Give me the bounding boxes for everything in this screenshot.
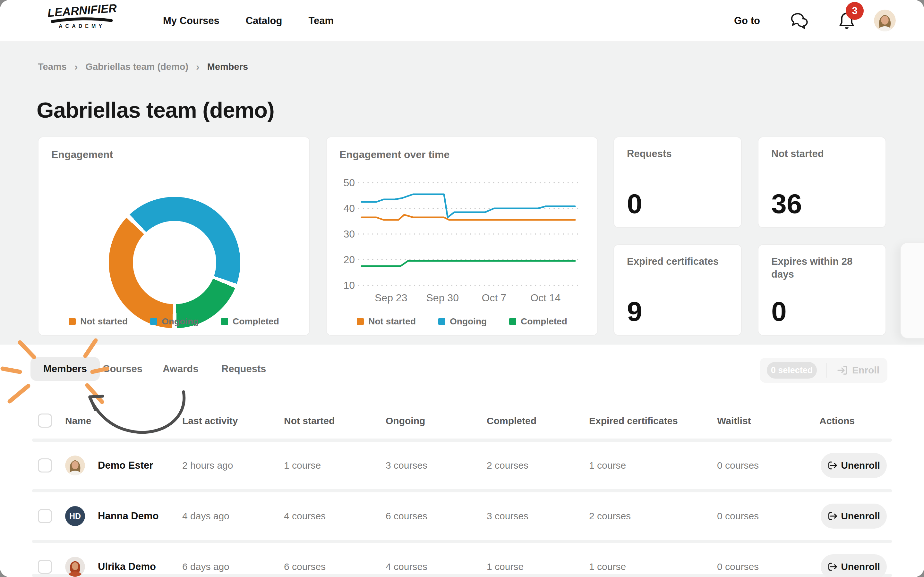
header-actions: Actions (819, 416, 855, 426)
unenroll-icon (827, 511, 838, 521)
unenroll-icon (827, 460, 838, 471)
breadcrumb-teams[interactable]: Teams (38, 61, 67, 72)
expired-certificates-cell: 2 courses (589, 511, 631, 522)
donut-hole (133, 221, 216, 304)
waitlist-cell: 0 courses (717, 561, 759, 572)
breadcrumb-team[interactable]: Gabriellas team (demo) (86, 61, 188, 72)
member-name[interactable]: Ulrika Demo (98, 561, 156, 572)
messages-icon[interactable] (790, 11, 810, 31)
tab-awards[interactable]: Awards (163, 357, 198, 381)
completed-cell: 1 course (487, 561, 523, 572)
nav-link-my-courses[interactable]: My Courses (163, 15, 220, 27)
expired-certificates-stat-card: Expired certificates 9 (614, 244, 742, 335)
floating-edge-panel[interactable] (900, 242, 924, 338)
select-all-checkbox[interactable] (38, 414, 52, 428)
member-photo-avatar (874, 10, 896, 31)
member-avatar: HD (65, 506, 85, 526)
completed-cell: 3 courses (487, 511, 528, 522)
svg-text:30: 30 (343, 228, 355, 240)
row-separator (32, 489, 892, 492)
unenroll-label: Unenroll (841, 561, 880, 572)
legend-swatch (69, 318, 76, 325)
engagement-legend: Not startedOngoingCompleted (39, 316, 309, 327)
header-expired-certificates: Expired certificates (589, 416, 678, 426)
ongoing-cell: 3 courses (386, 460, 427, 471)
svg-text:Oct 14: Oct 14 (530, 292, 561, 303)
legend-item: Not started (357, 316, 416, 327)
tab-courses[interactable]: Courses (103, 357, 142, 381)
breadcrumb-separator: › (74, 61, 78, 73)
svg-text:Sep 30: Sep 30 (426, 292, 459, 303)
ongoing-cell: 4 courses (386, 561, 427, 572)
user-avatar[interactable] (874, 10, 896, 31)
svg-text:Sep 23: Sep 23 (375, 292, 407, 303)
member-initials-avatar: HD (65, 506, 85, 526)
row-checkbox[interactable] (38, 458, 52, 472)
legend-swatch (357, 318, 364, 325)
expired-certificates-value: 9 (627, 295, 642, 327)
expired-certificates-cell: 1 course (589, 460, 626, 471)
row-checkbox[interactable] (38, 509, 52, 523)
legend-label: Ongoing (162, 316, 199, 327)
completed-cell: 2 courses (487, 460, 528, 471)
header-name: Name (65, 416, 91, 426)
tab-members[interactable]: Members (31, 357, 100, 381)
svg-text:Oct 7: Oct 7 (482, 292, 506, 303)
requests-stat-card: Requests 0 (614, 137, 742, 228)
notification-count-badge: 3 (846, 2, 864, 20)
legend-label: Ongoing (450, 316, 487, 327)
unenroll-button[interactable]: Unenroll (821, 554, 887, 577)
header-not-started: Not started (284, 416, 334, 426)
page-title: Gabriellas team (demo) (37, 97, 274, 123)
expires-within-28-days-stat-card: Expires within 28 days 0 (758, 244, 886, 335)
learnifier-logo[interactable]: LEARNIFIER ACADEMY (47, 4, 116, 29)
engagement-card: Engagement Not startedOngoingCompleted (38, 137, 310, 335)
nav-link-team[interactable]: Team (309, 15, 334, 27)
row-separator (32, 438, 892, 442)
not-started-cell: 6 courses (284, 561, 326, 572)
member-name[interactable]: Hanna Demo (98, 510, 158, 522)
requests-value: 0 (627, 188, 642, 219)
legend-item: Completed (509, 316, 567, 327)
table-row: Ulrika Demo6 days ago6 courses4 courses1… (32, 543, 892, 577)
row-checkbox[interactable] (38, 560, 52, 574)
legend-label: Completed (521, 316, 567, 327)
engagement-donut-chart (109, 197, 240, 328)
go-to-menu[interactable]: Go to (734, 0, 760, 41)
unenroll-button[interactable]: Unenroll (821, 504, 887, 529)
not-started-stat-card: Not started 36 (758, 137, 886, 228)
unenroll-button[interactable]: Unenroll (821, 453, 887, 478)
table-row: HDHanna Demo4 days ago4 courses6 courses… (32, 492, 892, 540)
header-last-activity: Last activity (182, 416, 238, 426)
member-avatar (65, 456, 85, 475)
selected-count-pill: 0 selected (767, 362, 817, 379)
enroll-label: Enroll (852, 365, 879, 376)
unenroll-label: Unenroll (841, 460, 880, 471)
engagement-over-time-legend: Not startedOngoingCompleted (326, 316, 598, 327)
not-started-value: 36 (771, 188, 802, 219)
table-row: Demo Ester2 hours ago1 course3 courses2 … (32, 442, 892, 489)
not-started-cell: 1 course (284, 460, 321, 471)
not-started-cell: 4 courses (284, 511, 326, 522)
svg-text:20: 20 (343, 254, 355, 266)
breadcrumb: Teams › Gabriellas team (demo) › Members (38, 61, 248, 73)
member-avatar (65, 557, 85, 577)
breadcrumb-members[interactable]: Members (207, 61, 248, 72)
ongoing-cell: 6 courses (386, 511, 427, 522)
last-activity-cell: 4 days ago (182, 511, 229, 522)
breadcrumb-separator: › (196, 61, 200, 73)
selection-bar: 0 selected Enroll (760, 358, 887, 383)
last-activity-cell: 6 days ago (182, 561, 229, 572)
legend-swatch (438, 318, 445, 325)
selection-divider (826, 363, 827, 378)
engagement-over-time-card: Engagement over time 5040302010Sep 23Sep… (326, 137, 598, 335)
enroll-button[interactable]: Enroll (837, 364, 879, 376)
engagement-card-title: Engagement (51, 148, 113, 161)
member-photo-avatar (65, 557, 85, 577)
member-name[interactable]: Demo Ester (98, 460, 153, 471)
header-completed: Completed (487, 416, 536, 426)
tab-requests[interactable]: Requests (221, 357, 266, 381)
waitlist-cell: 0 courses (717, 460, 759, 471)
logo-academy-label: ACADEMY (47, 23, 116, 29)
nav-link-catalog[interactable]: Catalog (246, 15, 282, 27)
